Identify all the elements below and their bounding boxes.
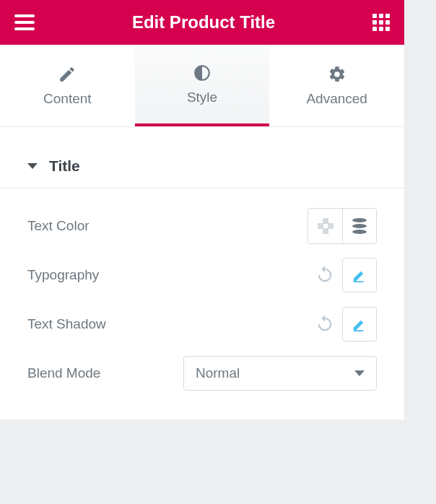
menu-icon[interactable] bbox=[14, 14, 35, 30]
section-title: Title bbox=[49, 157, 80, 175]
label-typography: Typography bbox=[27, 267, 99, 283]
pencil-icon bbox=[58, 65, 77, 84]
row-blend-mode: Blend Mode Normal bbox=[27, 349, 377, 398]
tab-content-label: Content bbox=[43, 91, 92, 107]
blend-mode-select[interactable]: Normal bbox=[183, 356, 377, 391]
svg-rect-4 bbox=[354, 281, 364, 282]
section-title-toggle[interactable]: Title bbox=[0, 144, 404, 188]
svg-rect-2 bbox=[328, 223, 333, 229]
row-typography: Typography bbox=[27, 251, 377, 300]
caret-down-icon bbox=[27, 163, 38, 169]
color-swatch-button[interactable] bbox=[308, 209, 342, 243]
row-text-shadow: Text Shadow bbox=[27, 300, 377, 349]
blend-mode-value: Normal bbox=[196, 365, 240, 381]
tab-advanced[interactable]: Advanced bbox=[269, 45, 404, 126]
svg-rect-5 bbox=[354, 330, 364, 331]
label-blend-mode: Blend Mode bbox=[27, 365, 100, 381]
color-none-icon bbox=[318, 218, 333, 234]
tab-advanced-label: Advanced bbox=[306, 91, 367, 107]
tabs: Content Style Advanced bbox=[0, 45, 404, 127]
label-text-color: Text Color bbox=[27, 218, 90, 234]
edit-typography-button[interactable] bbox=[342, 258, 377, 292]
panel-title: Edit Product Title bbox=[35, 12, 372, 32]
tab-style-label: Style bbox=[187, 90, 217, 105]
edit-text-shadow-button[interactable] bbox=[342, 307, 377, 342]
pencil-icon bbox=[352, 316, 367, 332]
reset-icon[interactable] bbox=[315, 265, 335, 285]
chevron-down-icon bbox=[354, 370, 365, 376]
svg-rect-0 bbox=[323, 218, 328, 224]
contrast-icon bbox=[193, 64, 212, 82]
panel-header: Edit Product Title bbox=[0, 0, 404, 45]
tab-content[interactable]: Content bbox=[0, 45, 135, 126]
row-text-color: Text Color bbox=[27, 201, 377, 251]
apps-icon[interactable] bbox=[372, 14, 390, 31]
gear-icon bbox=[328, 65, 346, 84]
label-text-shadow: Text Shadow bbox=[27, 316, 106, 332]
color-picker-group bbox=[308, 208, 377, 244]
svg-rect-3 bbox=[323, 228, 328, 234]
svg-rect-1 bbox=[318, 223, 323, 229]
tab-style[interactable]: Style bbox=[135, 45, 270, 126]
global-color-button[interactable] bbox=[342, 209, 376, 243]
database-icon bbox=[352, 218, 367, 234]
reset-icon[interactable] bbox=[315, 314, 335, 334]
pencil-icon bbox=[352, 267, 367, 283]
footer-space bbox=[0, 420, 436, 457]
